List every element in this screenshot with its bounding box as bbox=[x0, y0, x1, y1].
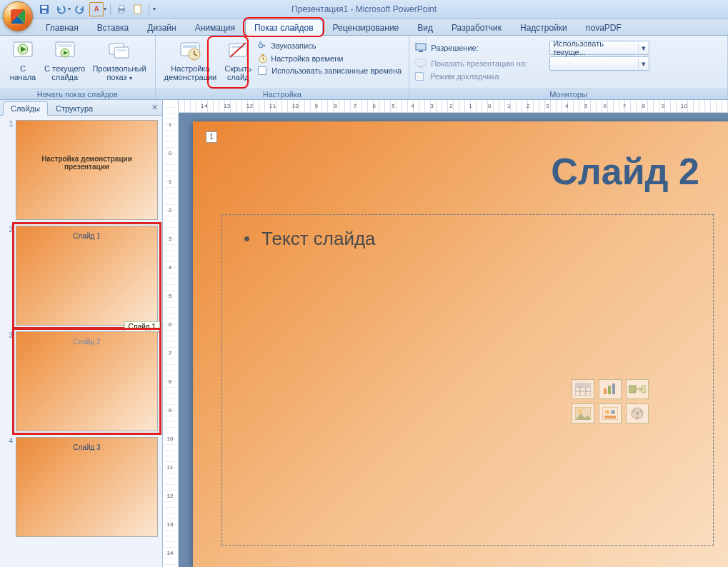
svg-rect-24 bbox=[416, 44, 426, 50]
rehearse-timings-button[interactable]: Настройка времени bbox=[256, 53, 403, 64]
new-icon bbox=[133, 4, 143, 14]
svg-rect-35 bbox=[608, 386, 611, 394]
svg-point-47 bbox=[632, 410, 635, 413]
slide-title-text[interactable]: Слайд 2 bbox=[551, 150, 699, 193]
tab-developer[interactable]: Разработчик bbox=[443, 20, 510, 36]
setup-icon bbox=[179, 40, 201, 63]
tab-slideshow[interactable]: Показ слайдов bbox=[245, 19, 323, 36]
tab-view[interactable]: Вид bbox=[409, 20, 442, 36]
thumbnail-tooltip: Слайд 1 bbox=[124, 321, 160, 332]
slides-panel: Слайды Структура ✕ 1 Настройка демонстра… bbox=[0, 100, 163, 567]
thumbnail[interactable]: Слайд 1 Слайд 1 bbox=[16, 226, 158, 326]
qat-redo[interactable] bbox=[73, 2, 87, 16]
custom-show-button[interactable]: Произвольныйпоказ ▾ bbox=[89, 39, 149, 84]
svg-point-49 bbox=[636, 416, 639, 419]
slide-page-number: 1 bbox=[206, 131, 217, 143]
hide-slide-button[interactable]: Скрытьслайд bbox=[221, 39, 255, 83]
insert-smartart-icon[interactable] bbox=[626, 379, 649, 399]
insert-clipart-icon[interactable] bbox=[599, 403, 622, 423]
redo-icon bbox=[75, 4, 85, 14]
chevron-down-icon[interactable]: ▾ bbox=[104, 6, 106, 12]
qat-customize-dropdown[interactable]: ▾ bbox=[153, 6, 156, 12]
side-tab-slides[interactable]: Слайды bbox=[3, 101, 48, 116]
svg-point-46 bbox=[636, 412, 639, 415]
insert-media-icon[interactable] bbox=[626, 403, 649, 423]
monitor-icon bbox=[415, 43, 427, 53]
slide-canvas[interactable]: 1 Слайд 2 Текст слайда bbox=[193, 121, 728, 567]
svg-rect-2 bbox=[42, 10, 46, 13]
monitor-icon bbox=[415, 59, 427, 69]
qat-spell[interactable]: A bbox=[89, 2, 104, 16]
close-pane-button[interactable]: ✕ bbox=[151, 103, 158, 112]
save-icon bbox=[39, 4, 49, 14]
svg-rect-44 bbox=[604, 416, 616, 418]
thumbnail[interactable]: Настройка демонстрациипрезентации bbox=[16, 120, 158, 220]
office-button[interactable] bbox=[3, 1, 33, 31]
from-beginning-button[interactable]: Сначала bbox=[6, 39, 40, 83]
from-current-button[interactable]: С текущегослайда bbox=[41, 39, 88, 83]
group-caption: Настройка bbox=[156, 89, 409, 99]
qat-save[interactable] bbox=[37, 2, 51, 16]
ribbon-tabs: Главная Вставка Дизайн Анимация Показ сл… bbox=[0, 19, 728, 36]
checkbox-icon bbox=[258, 66, 266, 75]
svg-rect-4 bbox=[119, 6, 124, 9]
svg-rect-33 bbox=[575, 383, 591, 387]
tab-insert[interactable]: Вставка bbox=[89, 20, 138, 36]
qat-undo[interactable] bbox=[54, 2, 68, 16]
thumbnail-selected[interactable]: Слайд 2 bbox=[16, 331, 158, 431]
qat-quick-print[interactable] bbox=[114, 2, 129, 16]
chevron-down-icon[interactable]: ▾ bbox=[68, 6, 71, 12]
svg-rect-27 bbox=[419, 66, 423, 68]
slide-editor[interactable]: 1413121110987654321012345678910 1 Слайд … bbox=[179, 100, 728, 567]
use-timings-checkbox[interactable]: Использовать записанные времена bbox=[256, 66, 403, 76]
chevron-down-icon: ▾ bbox=[638, 59, 648, 69]
tab-addins[interactable]: Надстройки bbox=[512, 20, 576, 36]
insert-table-icon[interactable] bbox=[572, 379, 594, 399]
insert-picture-icon[interactable] bbox=[572, 403, 594, 423]
record-narration-button[interactable]: Звукозапись bbox=[256, 40, 403, 51]
chevron-down-icon: ▾ bbox=[129, 75, 132, 81]
svg-rect-36 bbox=[612, 383, 615, 394]
thumbnails-list[interactable]: 1 Настройка демонстрациипрезентации 2 Сл… bbox=[0, 116, 162, 567]
svg-rect-10 bbox=[58, 44, 72, 47]
group-start-slideshow: Сначала С текущегослайда Произвольныйпок… bbox=[0, 36, 156, 99]
qat-separator bbox=[149, 4, 149, 15]
svg-rect-5 bbox=[119, 11, 124, 13]
thumbnail-row[interactable]: 1 Настройка демонстрациипрезентации bbox=[4, 120, 158, 220]
ribbon: Сначала С текущегослайда Произвольныйпок… bbox=[0, 36, 728, 100]
show-on-label: Показать презентацию на: bbox=[431, 59, 545, 68]
bullet-text[interactable]: Текст слайда bbox=[244, 228, 713, 250]
tab-design[interactable]: Дизайн bbox=[139, 20, 184, 36]
svg-rect-37 bbox=[629, 386, 636, 393]
resolution-combo[interactable]: Использовать текуще...▾ bbox=[549, 41, 649, 55]
qat-separator bbox=[110, 4, 111, 15]
side-tab-outline[interactable]: Структура bbox=[48, 101, 101, 116]
spell-icon: A bbox=[94, 5, 99, 13]
thumbnail-row[interactable]: 4 Слайд 3 bbox=[4, 437, 158, 537]
svg-rect-1 bbox=[41, 6, 47, 9]
thumbnail[interactable]: Слайд 3 bbox=[16, 437, 158, 537]
quick-access-toolbar: ▾ A ▾ ▾ bbox=[37, 0, 156, 18]
tab-novapdf[interactable]: novaPDF bbox=[577, 20, 630, 36]
resolution-label: Разрешение: bbox=[431, 44, 545, 52]
group-caption: Мониторы bbox=[409, 89, 727, 99]
undo-icon bbox=[56, 4, 66, 14]
thumbnail-row[interactable]: 2 Слайд 1 Слайд 1 bbox=[4, 226, 158, 326]
insert-chart-icon[interactable] bbox=[599, 379, 622, 399]
thumbnail-row[interactable]: 3 Слайд 2 bbox=[4, 331, 158, 431]
svg-rect-16 bbox=[183, 45, 197, 48]
horizontal-ruler: 1413121110987654321012345678910 bbox=[179, 100, 728, 113]
quick-print-icon bbox=[116, 4, 126, 14]
svg-point-42 bbox=[605, 410, 609, 414]
tab-home[interactable]: Главная bbox=[37, 20, 87, 36]
group-setup: Настройкадемонстрации Скрытьслайд Звукоз… bbox=[156, 36, 410, 99]
hide-slide-icon bbox=[226, 40, 249, 63]
content-placeholder-icons bbox=[572, 379, 649, 423]
tab-animation[interactable]: Анимация bbox=[186, 20, 244, 36]
setup-slideshow-button[interactable]: Настройкадемонстрации bbox=[161, 39, 220, 83]
content-placeholder[interactable]: Текст слайда bbox=[221, 214, 714, 546]
qat-new[interactable] bbox=[131, 2, 145, 16]
microphone-icon bbox=[258, 41, 268, 51]
tab-review[interactable]: Рецензирование bbox=[324, 20, 408, 36]
vertical-ruler: 101234567891011121314 bbox=[163, 100, 179, 567]
